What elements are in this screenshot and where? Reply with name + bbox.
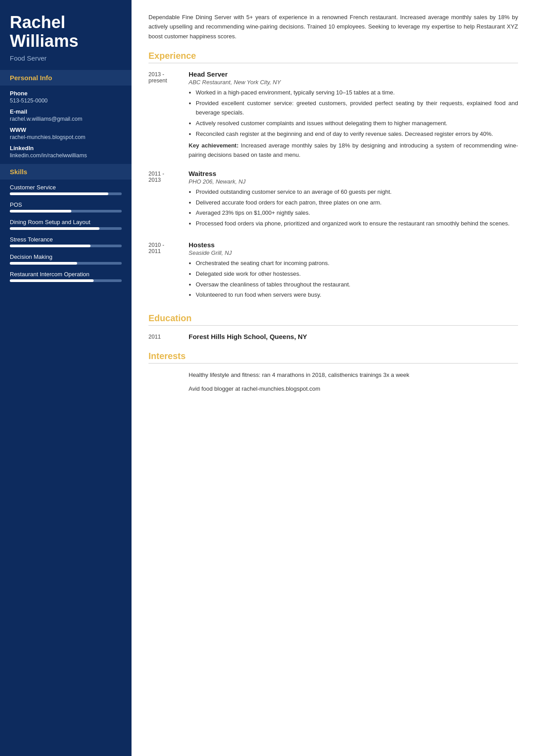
interests-entry: Healthy lifestyle and fitness: ran 4 mar… <box>148 371 518 380</box>
bullet-item: Processed food orders via phone, priorit… <box>196 219 518 229</box>
experience-section: Experience 2013 -present Head Server ABC… <box>148 51 518 302</box>
edu-year: 2011 <box>148 333 189 340</box>
bullet-item: Delegated side work for other hostesses. <box>196 270 518 279</box>
skill-bar-bg <box>10 192 122 195</box>
bullet-item: Worked in a high-paced environment, typi… <box>196 88 518 98</box>
www-value: rachel-munchies.blogspot.com <box>10 134 122 140</box>
interests-list: Healthy lifestyle and fitness: ran 4 mar… <box>148 371 518 394</box>
education-list: 2011 Forest Hills High School, Queens, N… <box>148 333 518 340</box>
exp-dates: 2013 -present <box>148 70 189 160</box>
job-title: Food Server <box>10 54 122 62</box>
skill-bar-bg <box>10 245 122 247</box>
skill-item: Dining Room Setup and Layout <box>10 219 122 230</box>
skills-header: Skills <box>0 164 132 180</box>
exp-bullets: Provided outstanding customer service to… <box>189 188 518 229</box>
bullet-item: Reconciled cash register at the beginnin… <box>196 130 518 139</box>
personal-info-header: Personal Info <box>0 70 132 86</box>
bullet-item: Actively resolved customer complaints an… <box>196 119 518 128</box>
bullet-item: Orchestrated the seating chart for incom… <box>196 259 518 268</box>
resume-container: Rachel Williams Food Server Personal Inf… <box>0 0 535 756</box>
experience-entry: 2013 -present Head Server ABC Restaurant… <box>148 70 518 160</box>
email-value: rachel.w.williams@gmail.com <box>10 116 122 122</box>
skill-bar-bg <box>10 227 122 230</box>
education-entry: 2011 Forest Hills High School, Queens, N… <box>148 333 518 340</box>
education-section: Education 2011 Forest Hills High School,… <box>148 313 518 340</box>
skill-item: Decision Making <box>10 253 122 265</box>
skill-name: Stress Tolerance <box>10 236 122 243</box>
interests-section: Interests Healthy lifestyle and fitness:… <box>148 351 518 394</box>
exp-content: Head Server ABC Restaurant, New York Cit… <box>189 70 518 160</box>
name-block: Rachel Williams Food Server <box>0 0 132 70</box>
phone-label: Phone <box>10 90 122 97</box>
skill-item: Stress Tolerance <box>10 236 122 247</box>
interest-text: Healthy lifestyle and fitness: ran 4 mar… <box>189 371 409 380</box>
phone-value: 513-5125-0000 <box>10 98 122 104</box>
personal-info-block: Phone 513-5125-0000 E-mail rachel.w.will… <box>0 90 132 164</box>
bullet-item: Provided excellent customer service: gre… <box>196 99 518 118</box>
bullet-item: Delivered accurate food orders for each … <box>196 198 518 208</box>
skill-name: Customer Service <box>10 184 122 191</box>
exp-company: PHO 206, Newark, NJ <box>189 178 518 185</box>
skill-item: POS <box>10 201 122 212</box>
skill-bar-fill <box>10 192 108 195</box>
summary-text: Dependable Fine Dining Server with 5+ ye… <box>148 12 518 41</box>
linkedin-label: LinkedIn <box>10 145 122 151</box>
exp-content: Waitress PHO 206, Newark, NJ Provided ou… <box>189 170 518 231</box>
interests-title: Interests <box>148 351 518 364</box>
exp-bullets: Worked in a high-paced environment, typi… <box>189 88 518 139</box>
skill-bar-bg <box>10 279 122 282</box>
skill-item: Customer Service <box>10 184 122 195</box>
skill-bar-fill <box>10 245 91 247</box>
email-label: E-mail <box>10 108 122 115</box>
exp-job-title: Waitress <box>189 170 518 177</box>
education-title: Education <box>148 313 518 326</box>
skill-bar-bg <box>10 262 122 265</box>
interests-spacer <box>148 384 189 394</box>
skills-list: Customer Service POS Dining Room Setup a… <box>0 184 132 282</box>
skill-name: POS <box>10 201 122 208</box>
exp-content: Hostess Seaside Grill, NJ Orchestrated t… <box>189 241 518 302</box>
exp-bullets: Orchestrated the seating chart for incom… <box>189 259 518 300</box>
experience-entry: 2010 -2011 Hostess Seaside Grill, NJ Orc… <box>148 241 518 302</box>
skill-item: Restaurant Intercom Operation <box>10 271 122 282</box>
skill-name: Decision Making <box>10 253 122 260</box>
skill-bar-fill <box>10 279 94 282</box>
exp-job-title: Head Server <box>189 70 518 78</box>
interests-spacer <box>148 371 189 380</box>
key-achievement: Key achievement: Increased average month… <box>189 141 518 160</box>
bullet-item: Volunteered to run food when servers wer… <box>196 290 518 300</box>
main-content: Dependable Fine Dining Server with 5+ ye… <box>132 0 535 756</box>
sidebar: Rachel Williams Food Server Personal Inf… <box>0 0 132 756</box>
interest-text: Avid food blogger at rachel-munchies.blo… <box>189 384 320 394</box>
bullet-item: Averaged 23% tips on $1,000+ nightly sal… <box>196 208 518 218</box>
bullet-item: Oversaw the cleanliness of tables throug… <box>196 280 518 290</box>
skill-name: Restaurant Intercom Operation <box>10 271 122 278</box>
linkedin-value: linkedin.com/in/rachelwwilliams <box>10 152 122 159</box>
exp-company: ABC Restaurant, New York City, NY <box>189 79 518 86</box>
experience-title: Experience <box>148 51 518 63</box>
skill-name: Dining Room Setup and Layout <box>10 219 122 225</box>
exp-dates: 2010 -2011 <box>148 241 189 302</box>
interests-entry: Avid food blogger at rachel-munchies.blo… <box>148 384 518 394</box>
exp-company: Seaside Grill, NJ <box>189 249 518 256</box>
edu-school: Forest Hills High School, Queens, NY <box>189 333 307 340</box>
candidate-name: Rachel Williams <box>10 13 122 51</box>
www-label: WWW <box>10 127 122 133</box>
skill-bar-fill <box>10 227 99 230</box>
experience-entry: 2011 -2013 Waitress PHO 206, Newark, NJ … <box>148 170 518 231</box>
bullet-item: Provided outstanding customer service to… <box>196 188 518 197</box>
skill-bar-bg <box>10 210 122 212</box>
skill-bar-fill <box>10 210 71 212</box>
skill-bar-fill <box>10 262 77 265</box>
experience-list: 2013 -present Head Server ABC Restaurant… <box>148 70 518 302</box>
exp-dates: 2011 -2013 <box>148 170 189 231</box>
exp-job-title: Hostess <box>189 241 518 249</box>
